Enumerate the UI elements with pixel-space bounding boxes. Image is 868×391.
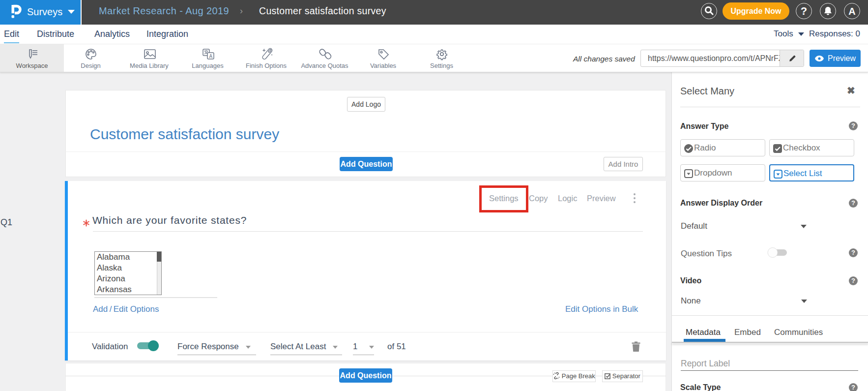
svg-text:A: A bbox=[209, 54, 213, 59]
